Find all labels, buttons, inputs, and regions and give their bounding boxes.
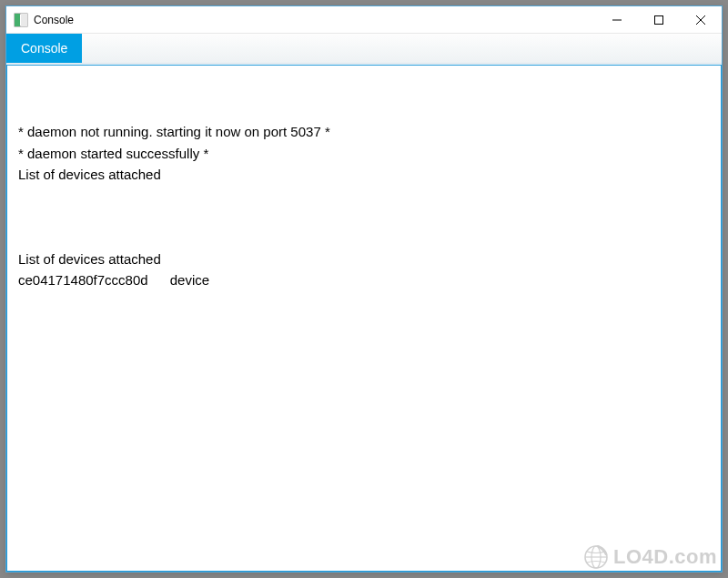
- window-controls: [596, 6, 722, 33]
- console-panel: * daemon not running. starting it now on…: [6, 65, 722, 572]
- app-icon: [14, 13, 28, 27]
- close-button[interactable]: [680, 6, 722, 34]
- svg-rect-2: [21, 14, 27, 26]
- svg-rect-4: [655, 16, 663, 25]
- minimize-button[interactable]: [596, 6, 638, 34]
- tab-bar: Console: [6, 34, 722, 64]
- console-output[interactable]: * daemon not running. starting it now on…: [7, 66, 721, 301]
- maximize-button[interactable]: [638, 6, 680, 34]
- svg-rect-1: [15, 14, 20, 26]
- window-title: Console: [34, 14, 74, 26]
- tab-console[interactable]: Console: [6, 34, 82, 63]
- titlebar[interactable]: Console: [6, 6, 722, 34]
- console-window: Console Console * daemon not running. st…: [5, 5, 723, 573]
- tab-label: Console: [21, 41, 67, 56]
